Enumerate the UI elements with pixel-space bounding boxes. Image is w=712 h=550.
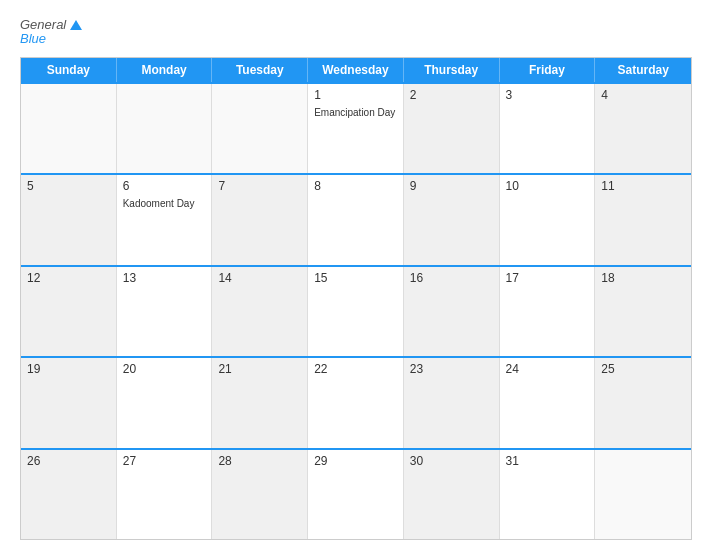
calendar-cell: 28: [212, 450, 308, 539]
weekday-header: Saturday: [595, 58, 691, 82]
day-number: 22: [314, 362, 397, 376]
calendar: SundayMondayTuesdayWednesdayThursdayFrid…: [20, 57, 692, 540]
calendar-cell: [21, 84, 117, 173]
calendar-header: SundayMondayTuesdayWednesdayThursdayFrid…: [21, 58, 691, 82]
calendar-cell: 8: [308, 175, 404, 264]
calendar-cell: 7: [212, 175, 308, 264]
weekday-header: Monday: [117, 58, 213, 82]
calendar-week: 56Kadooment Day7891011: [21, 173, 691, 264]
holiday-label: Kadooment Day: [123, 197, 206, 210]
day-number: 3: [506, 88, 589, 102]
calendar-cell: 26: [21, 450, 117, 539]
calendar-cell: 12: [21, 267, 117, 356]
calendar-cell: 30: [404, 450, 500, 539]
day-number: 18: [601, 271, 685, 285]
calendar-page: General Blue SundayMondayTuesdayWednesda…: [0, 0, 712, 550]
day-number: 25: [601, 362, 685, 376]
calendar-cell: [595, 450, 691, 539]
day-number: 15: [314, 271, 397, 285]
calendar-cell: 4: [595, 84, 691, 173]
weekday-header: Tuesday: [212, 58, 308, 82]
day-number: 9: [410, 179, 493, 193]
calendar-cell: 11: [595, 175, 691, 264]
calendar-cell: 3: [500, 84, 596, 173]
calendar-cell: 25: [595, 358, 691, 447]
day-number: 12: [27, 271, 110, 285]
calendar-cell: 5: [21, 175, 117, 264]
header: General Blue: [20, 18, 692, 47]
day-number: 27: [123, 454, 206, 468]
calendar-cell: 17: [500, 267, 596, 356]
day-number: 4: [601, 88, 685, 102]
weekday-header: Sunday: [21, 58, 117, 82]
calendar-cell: 27: [117, 450, 213, 539]
day-number: 29: [314, 454, 397, 468]
calendar-cell: 20: [117, 358, 213, 447]
day-number: 10: [506, 179, 589, 193]
day-number: 20: [123, 362, 206, 376]
day-number: 23: [410, 362, 493, 376]
calendar-cell: 18: [595, 267, 691, 356]
day-number: 24: [506, 362, 589, 376]
day-number: 14: [218, 271, 301, 285]
calendar-week: 19202122232425: [21, 356, 691, 447]
calendar-cell: 19: [21, 358, 117, 447]
weekday-header: Thursday: [404, 58, 500, 82]
day-number: 1: [314, 88, 397, 102]
day-number: 21: [218, 362, 301, 376]
day-number: 17: [506, 271, 589, 285]
calendar-cell: 31: [500, 450, 596, 539]
calendar-cell: 14: [212, 267, 308, 356]
weekday-header: Friday: [500, 58, 596, 82]
calendar-cell: [212, 84, 308, 173]
calendar-week: 1Emancipation Day234: [21, 82, 691, 173]
calendar-cell: 21: [212, 358, 308, 447]
day-number: 13: [123, 271, 206, 285]
calendar-cell: 24: [500, 358, 596, 447]
calendar-cell: 2: [404, 84, 500, 173]
logo-blue-text: Blue: [20, 32, 82, 46]
day-number: 31: [506, 454, 589, 468]
day-number: 8: [314, 179, 397, 193]
day-number: 11: [601, 179, 685, 193]
calendar-week: 262728293031: [21, 448, 691, 539]
day-number: 7: [218, 179, 301, 193]
calendar-cell: 16: [404, 267, 500, 356]
holiday-label: Emancipation Day: [314, 106, 397, 119]
calendar-cell: 13: [117, 267, 213, 356]
calendar-week: 12131415161718: [21, 265, 691, 356]
weekday-header: Wednesday: [308, 58, 404, 82]
calendar-cell: [117, 84, 213, 173]
day-number: 30: [410, 454, 493, 468]
calendar-cell: 15: [308, 267, 404, 356]
logo: General Blue: [20, 18, 82, 47]
day-number: 5: [27, 179, 110, 193]
calendar-cell: 22: [308, 358, 404, 447]
calendar-cell: 6Kadooment Day: [117, 175, 213, 264]
day-number: 16: [410, 271, 493, 285]
day-number: 26: [27, 454, 110, 468]
calendar-cell: 29: [308, 450, 404, 539]
calendar-cell: 10: [500, 175, 596, 264]
calendar-body: 1Emancipation Day23456Kadooment Day78910…: [21, 82, 691, 539]
day-number: 19: [27, 362, 110, 376]
calendar-cell: 1Emancipation Day: [308, 84, 404, 173]
logo-general-text: General: [20, 18, 66, 32]
calendar-cell: 9: [404, 175, 500, 264]
day-number: 28: [218, 454, 301, 468]
day-number: 6: [123, 179, 206, 193]
calendar-cell: 23: [404, 358, 500, 447]
day-number: 2: [410, 88, 493, 102]
